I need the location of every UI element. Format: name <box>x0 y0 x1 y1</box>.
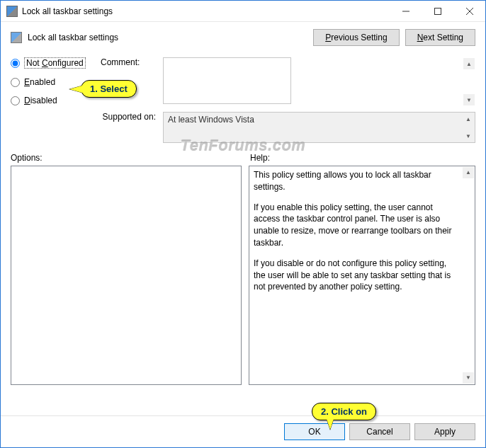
supported-scrollbar: ▲ ▼ <box>463 113 474 142</box>
comment-scrollbar[interactable]: ▲ ▼ <box>463 58 475 105</box>
policy-title: Lock all taskbar settings <box>28 33 313 42</box>
dialog-footer: OK Cancel Apply <box>1 415 485 447</box>
radio-not-configured-input[interactable] <box>11 59 20 68</box>
help-p2: If you enable this policy setting, the u… <box>254 202 460 249</box>
next-setting-button[interactable]: Next Setting <box>405 29 475 46</box>
radio-enabled-input[interactable] <box>11 78 20 87</box>
ok-button[interactable]: OK <box>284 423 345 440</box>
app-icon <box>6 6 18 17</box>
previous-setting-button[interactable]: Previous Setting <box>313 29 399 46</box>
cancel-button[interactable]: Cancel <box>349 423 410 440</box>
window-controls <box>390 1 485 21</box>
options-label: Options: <box>11 153 250 163</box>
close-button[interactable] <box>453 1 485 21</box>
policy-icon <box>11 32 22 43</box>
dialog-body: Lock all taskbar settings Previous Setti… <box>1 22 485 392</box>
annotation-click: 2. Click on <box>312 403 376 420</box>
maximize-button[interactable] <box>422 1 453 21</box>
help-p1: This policy setting allows you to lock a… <box>254 169 460 193</box>
scroll-up-icon[interactable]: ▲ <box>463 167 474 178</box>
prev-underline: P <box>325 33 331 42</box>
help-p3: If you disable or do not configure this … <box>254 258 460 293</box>
options-panel <box>11 166 242 385</box>
help-panel: This policy setting allows you to lock a… <box>249 166 475 385</box>
scroll-down-icon[interactable]: ▼ <box>463 372 474 384</box>
radio-disabled-input[interactable] <box>11 96 20 105</box>
svg-rect-1 <box>434 8 441 14</box>
radio-disabled-label[interactable]: Disabled <box>24 96 57 105</box>
supported-label: Supported on: <box>99 112 156 122</box>
radio-disabled[interactable]: Disabled <box>11 96 92 105</box>
radio-not-configured[interactable]: Not Configured <box>11 57 92 69</box>
scroll-up-icon: ▲ <box>463 113 474 125</box>
comment-field[interactable] <box>163 57 291 104</box>
window-title: Lock all taskbar settings <box>22 6 390 16</box>
next-underline: N <box>417 33 424 42</box>
scroll-up-icon[interactable]: ▲ <box>463 58 475 69</box>
annotation-select: 1. Select <box>81 80 137 98</box>
policy-dialog: Lock all taskbar settings Lock all taskb… <box>0 0 486 448</box>
titlebar: Lock all taskbar settings <box>1 1 485 22</box>
supported-on-field: At least Windows Vista ▲ ▼ <box>163 112 475 143</box>
radio-not-configured-label[interactable]: Not Configured <box>24 57 86 69</box>
minimize-button[interactable] <box>390 1 422 21</box>
help-scrollbar[interactable]: ▲ ▼ <box>463 167 474 384</box>
radio-enabled-label[interactable]: Enabled <box>24 77 55 87</box>
scroll-down-icon: ▼ <box>463 130 474 142</box>
state-radio-group: Not Configured Enabled Disabled <box>11 57 92 105</box>
apply-button[interactable]: Apply <box>414 423 475 440</box>
help-label: Help: <box>250 153 270 163</box>
supported-on-text: At least Windows Vista <box>168 115 254 125</box>
scroll-down-icon[interactable]: ▼ <box>463 94 475 105</box>
